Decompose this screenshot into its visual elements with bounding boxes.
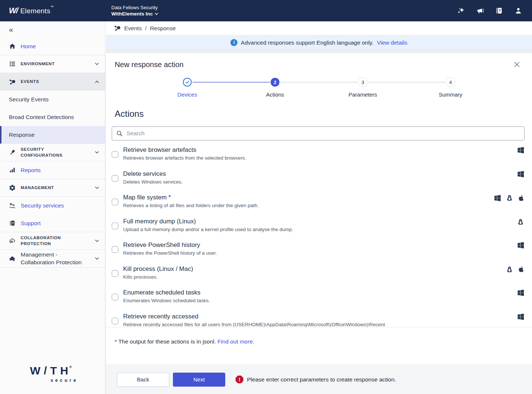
sidebar-item-security-configurations[interactable]: SECURITY CONFIGURATIONS	[0, 144, 105, 161]
windows-icon	[518, 242, 524, 248]
sidebar-item-collaboration-protection[interactable]: COLLABORATION PROTECTION	[0, 232, 105, 250]
sidebar-item-reports[interactable]: Reports	[0, 161, 105, 179]
close-icon[interactable]	[514, 61, 520, 68]
sidebar-item-label: ENVIRONMENT	[21, 61, 55, 67]
sparkles-icon[interactable]	[457, 7, 465, 15]
home-icon	[9, 43, 16, 50]
sidebar-item-response[interactable]: Response	[0, 126, 105, 144]
step-number: 3	[358, 78, 367, 87]
action-checkbox[interactable]	[112, 270, 118, 277]
help-icon[interactable]: ?	[495, 7, 503, 15]
sidebar-item-support[interactable]: ?Support	[0, 215, 105, 232]
sidebar-item-environment[interactable]: ENVIRONMENT	[0, 55, 105, 73]
chevron-down-icon	[95, 62, 99, 66]
search-input[interactable]	[126, 130, 520, 137]
view-details-link[interactable]: View details	[377, 39, 407, 46]
step-number: 2	[271, 78, 279, 87]
step-label: Actions	[266, 91, 284, 98]
cloud-gear-icon	[9, 255, 16, 262]
action-description: Retrieves a listing of all files and fol…	[123, 202, 259, 209]
action-description: Upload a full memory dump and/or a kerne…	[123, 226, 293, 233]
account-icon[interactable]	[514, 7, 522, 15]
chevron-down-icon	[95, 257, 99, 260]
action-row[interactable]: Enumerate scheduled tasksEnumerates Wind…	[106, 286, 532, 310]
action-row[interactable]: Delete servicesDeletes Windows services.	[106, 167, 532, 191]
sidebar-item-label: SECURITY CONFIGURATIONS	[21, 147, 83, 158]
registered-mark: ®	[69, 365, 75, 369]
windows-icon	[518, 147, 524, 153]
top-bar: W/ Elements™ Data Fellows Security WithE…	[0, 0, 532, 21]
action-checkbox[interactable]	[112, 246, 118, 253]
next-button[interactable]: Next	[173, 373, 225, 387]
action-title: Retrieve recently accessed	[123, 312, 385, 321]
action-row[interactable]: Retrieve browser artefactsRetrieves brow…	[106, 143, 532, 167]
breadcrumb-events[interactable]: Events	[124, 25, 142, 32]
sidebar-item-label: Reports	[21, 167, 41, 174]
info-icon: i	[230, 39, 237, 46]
action-text: Retrieve browser artefactsRetrieves brow…	[123, 146, 246, 161]
sidebar-item-security-events[interactable]: Security Events	[0, 91, 105, 108]
action-title: Retrieve browser artefacts	[123, 146, 246, 154]
error-message: Please enter correct parameters to creat…	[247, 376, 396, 383]
sidebar-item-home[interactable]: Home	[0, 38, 105, 55]
sidebar-item-label: Response	[9, 132, 35, 138]
organization-selector[interactable]: WithElements Inc	[111, 11, 159, 17]
wizard-stepper: Devices2Actions3Parameters4Summary	[143, 78, 494, 98]
action-checkbox[interactable]	[112, 318, 118, 324]
action-checkbox[interactable]	[112, 294, 118, 300]
sidebar-item-label: Broad Context Detections	[9, 114, 74, 121]
windows-icon	[494, 195, 501, 201]
sidebar-item-events[interactable]: EVENTS	[0, 73, 105, 91]
breadcrumb-response: Response	[150, 25, 176, 32]
action-row[interactable]: Retrieve PowerShell historyRetrieves the…	[106, 238, 532, 262]
action-row[interactable]: Retrieve recently accessedRetrieve recen…	[106, 310, 532, 327]
sidebar-item-security-services[interactable]: Security services	[0, 197, 105, 215]
action-text: Full memory dump (Linux)Upload a full me…	[123, 217, 293, 233]
wizard-step-parameters[interactable]: 3Parameters	[319, 78, 407, 98]
back-button[interactable]: Back	[117, 373, 169, 387]
wizard-step-actions[interactable]: 2Actions	[231, 78, 319, 98]
action-title: Full memory dump (Linux)	[123, 217, 293, 226]
reports-icon	[9, 167, 16, 174]
sidebar-item-label: Security Events	[9, 96, 49, 103]
action-checkbox[interactable]	[112, 223, 118, 229]
wizard-step-summary[interactable]: 4Summary	[407, 78, 494, 98]
action-row[interactable]: Map file system *Retrieves a listing of …	[106, 191, 532, 215]
action-row[interactable]: Kill process (Linux / Mac)Kills processe…	[106, 262, 532, 286]
footnote: * The output for these actions is in jso…	[106, 327, 532, 345]
withsecure-logo: W/TH® secure	[0, 359, 105, 394]
action-checkbox[interactable]	[112, 199, 118, 205]
action-list: Retrieve browser artefactsRetrieves brow…	[106, 140, 532, 327]
os-icons	[517, 219, 524, 225]
step-label: Devices	[177, 91, 197, 98]
events-icon	[114, 25, 121, 32]
cloud-icon	[9, 237, 16, 244]
action-checkbox[interactable]	[112, 151, 118, 158]
sidebar-item-management[interactable]: MANAGEMENT	[0, 179, 105, 197]
chevron-down-icon	[95, 186, 99, 189]
action-title: Delete services	[123, 170, 182, 178]
chevron-down-icon	[95, 151, 99, 154]
os-icons	[494, 195, 524, 201]
main-content: Events / Response i Advanced responses s…	[106, 21, 532, 394]
action-text: Retrieve recently accessedRetrieve recen…	[123, 312, 385, 327]
find-out-more-link[interactable]: Find out more.	[218, 338, 254, 345]
gear-icon	[9, 184, 16, 191]
sidebar-item-label: MANAGEMENT	[21, 185, 54, 191]
action-row[interactable]: Full memory dump (Linux)Upload a full me…	[106, 215, 532, 239]
topbar-icon-group: ?	[457, 7, 532, 15]
sidebar-item-label: COLLABORATION PROTECTION	[21, 235, 83, 247]
action-text: Map file system *Retrieves a listing of …	[123, 193, 259, 209]
sidebar-collapse-button[interactable]: «	[0, 21, 105, 38]
wizard-header: New response action Devices2Actions3Para…	[106, 53, 532, 98]
wizard-step-devices[interactable]: Devices	[143, 78, 231, 98]
svg-text:?: ?	[12, 222, 14, 225]
action-description: Retrieve recently accessed files for all…	[123, 321, 385, 327]
step-connector	[192, 82, 270, 83]
sidebar-item-management-collaboration-protection[interactable]: Management - Collaboration Protection	[0, 250, 105, 268]
sidebar-item-broad-context-detections[interactable]: Broad Context Detections	[0, 108, 105, 126]
step-connector	[368, 82, 445, 83]
action-checkbox[interactable]	[112, 175, 118, 182]
megaphone-icon[interactable]	[476, 7, 484, 15]
os-icons	[518, 242, 524, 248]
